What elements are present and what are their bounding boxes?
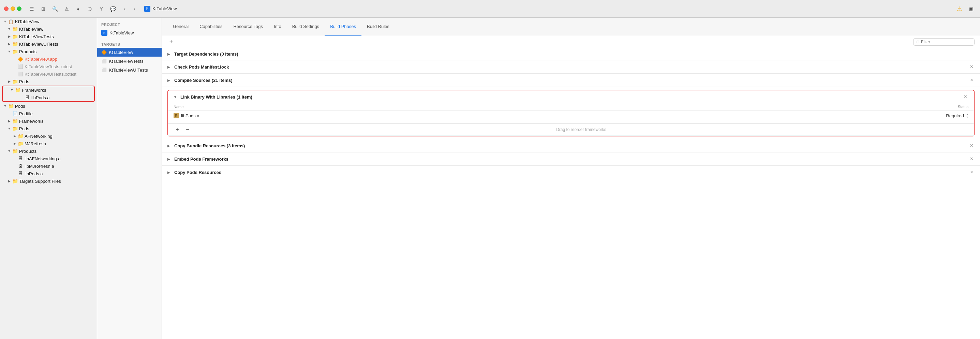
sidebar-root-label: KtTableView (15, 19, 39, 24)
phase-embed-pods: ▶ Embed Pods Frameworks × (162, 153, 980, 166)
sidebar-label: Products (19, 149, 37, 154)
project-item-kttableview[interactable]: K KtTableView (97, 28, 162, 38)
phase-title: Copy Pods Resources (174, 170, 969, 175)
tab-build-phases[interactable]: Build Phases (325, 18, 361, 36)
sidebar-item-kttableviewuitests-xctest[interactable]: ⬜ KtTableViewUITests.xctest (0, 70, 97, 78)
search-icon[interactable]: 🔍 (50, 4, 60, 14)
sidebar-item-kttableview[interactable]: ▼ 📁 KtTableView (0, 25, 97, 33)
tab-resource-tags[interactable]: Resource Tags (228, 18, 268, 36)
phase-header[interactable]: ▶ Compile Sources (21 items) × (162, 74, 980, 87)
stepper-up-icon[interactable]: ▲ (966, 113, 969, 116)
sidebar-item-products-top[interactable]: ▼ 📁 Products (0, 48, 97, 55)
close-button[interactable] (4, 6, 8, 11)
project-label: KtTableView (110, 30, 134, 35)
grid-icon[interactable]: ⊞ (38, 4, 48, 14)
sidebar-item-kttableviewtests-xctest[interactable]: ⬜ KtTableViewTests.xctest (0, 63, 97, 70)
sidebar-item-targets-support[interactable]: ▶ 📁 Targets Support Files (0, 177, 97, 185)
content-body: + ⊙ ▶ Target Dependencies (0 items) ▶ Ch… (162, 36, 980, 339)
phase-header[interactable]: ▶ Check Pods Manifest.lock × (162, 60, 980, 73)
phase-header[interactable]: ▶ Copy Bundle Resources (3 items) × (162, 139, 980, 152)
disclosure-icon: ▶ (167, 170, 172, 174)
phase-title: Embed Pods Frameworks (174, 156, 969, 162)
disclosure-icon: ▶ (167, 65, 172, 69)
sidebar-item-pods-top[interactable]: ▶ 📁 Pods (0, 78, 97, 85)
sidebar-item-pods-root[interactable]: ▼ 📁 Pods (0, 102, 97, 110)
sidebar-label: MJRefresh (25, 141, 46, 146)
xctest-icon: ⬜ (18, 71, 23, 77)
remove-library-button[interactable]: − (184, 126, 191, 133)
tab-general[interactable]: General (167, 18, 194, 36)
disclosure-icon: ▼ (7, 149, 11, 153)
add-library-button[interactable]: + (173, 126, 181, 133)
phase-header[interactable]: ▶ Target Dependencies (0 items) (162, 48, 980, 60)
folder-icon: 📁 (12, 79, 18, 84)
disclosure-icon: ▶ (7, 119, 11, 123)
sidebar-label: libAFNetworking.a (25, 156, 61, 161)
git-icon[interactable]: Y (97, 4, 106, 14)
status-column-header: Status (928, 105, 969, 109)
phase-close-button[interactable]: × (969, 64, 975, 70)
sidebar-item-frameworks[interactable]: ▼ 📁 Frameworks (3, 86, 94, 94)
add-phase-button[interactable]: + (167, 38, 175, 46)
folder-icon: 📁 (12, 148, 18, 154)
sidebar-item-kttableview-app[interactable]: 🔶 KtTableView.app (0, 55, 97, 63)
sidebar-item-products-pods[interactable]: ▼ 📁 Products (0, 147, 97, 155)
sidebar-item-libafnetworking[interactable]: 🗄 libAFNetworking.a (0, 155, 97, 162)
filter-input[interactable] (921, 40, 969, 45)
no-disclosure (12, 57, 17, 61)
sidebar-item-kttableviewtests[interactable]: ▶ 📁 KtTableViewTests (0, 33, 97, 40)
project-section-header: PROJECT (97, 21, 162, 28)
phase-close-button[interactable]: × (969, 77, 975, 83)
phase-close-button[interactable]: × (963, 94, 969, 100)
content-area: General Capabilities Resource Tags Info … (162, 18, 980, 339)
no-disclosure (12, 64, 17, 69)
comment-icon[interactable]: 💬 (108, 4, 118, 14)
warning-icon[interactable]: ⚠ (955, 4, 964, 14)
sidebar-label: KtTableView (19, 27, 43, 32)
phase-close-button[interactable]: × (969, 143, 975, 149)
tab-build-rules[interactable]: Build Rules (361, 18, 395, 36)
sidebar-root-item[interactable]: ▼ 📋 KtTableView (0, 18, 97, 25)
sidebar-item-libpods-highlighted[interactable]: 🗄 libPods.a (3, 94, 94, 101)
tab-info[interactable]: Info (268, 18, 287, 36)
sidebar-label: Frameworks (22, 88, 46, 93)
sidebar-item-afnetworking[interactable]: ▶ 📁 AFNetworking (0, 132, 97, 140)
link-binary-header[interactable]: ▼ Link Binary With Libraries (1 item) × (168, 91, 974, 103)
phase-title: Copy Bundle Resources (3 items) (174, 143, 969, 148)
sidebar-item-libmjrefresh[interactable]: 🗄 libMJRefresh.a (0, 162, 97, 170)
tab-build-settings[interactable]: Build Settings (287, 18, 325, 36)
target-label: KtTableView (109, 50, 133, 55)
phase-close-button[interactable]: × (969, 169, 975, 175)
phase-header[interactable]: ▶ Embed Pods Frameworks × (162, 153, 980, 166)
sidebar-item-kttableviewuitests[interactable]: ▶ 📁 KtTableViewUITests (0, 40, 97, 48)
phase-close-button[interactable]: × (969, 156, 975, 162)
minimize-button[interactable] (11, 6, 15, 11)
status-stepper[interactable]: Required ▲ ▼ (946, 113, 969, 119)
sidebar-label: Frameworks (19, 119, 44, 124)
sidebar-item-frameworks2[interactable]: ▶ 📁 Frameworks (0, 117, 97, 125)
tab-capabilities[interactable]: Capabilities (194, 18, 228, 36)
sidebar-item-pods-sub[interactable]: ▼ 📁 Pods (0, 125, 97, 132)
nav-forward-button[interactable]: › (130, 5, 139, 13)
sidebar-toggle-icon[interactable]: ☰ (27, 4, 37, 14)
share-icon[interactable]: ⬡ (85, 4, 94, 14)
target-item-kttableview[interactable]: 🔶 KtTableView (97, 48, 162, 57)
bookmark-icon[interactable]: ♦ (73, 4, 83, 14)
stepper-down-icon[interactable]: ▼ (966, 116, 969, 119)
link-binary-section: ▼ Link Binary With Libraries (1 item) × … (167, 90, 975, 137)
no-disclosure (12, 164, 17, 169)
target-item-kttableviewtests[interactable]: ⬜ KtTableViewTests (97, 57, 162, 65)
disclosure-icon: ▶ (167, 78, 172, 82)
maximize-button[interactable] (17, 6, 21, 11)
sidebar-item-podfile[interactable]: 📄 Podfile (0, 110, 97, 117)
sidebar-item-libpods2[interactable]: 🗄 libPods.a (0, 170, 97, 177)
target-item-kttableviewuitests[interactable]: ⬜ KtTableViewUITests (97, 65, 162, 74)
sidebar-item-mjrefresh[interactable]: ▶ 📁 MJRefresh (0, 140, 97, 147)
nav-back-button[interactable]: ‹ (120, 5, 129, 13)
panel-toggle-right[interactable]: ▣ (966, 4, 976, 14)
stepper-arrows[interactable]: ▲ ▼ (966, 113, 969, 119)
phase-header[interactable]: ▶ Copy Pods Resources × (162, 166, 980, 179)
lib-table-header: Name Status (168, 103, 974, 110)
xctest-icon: ⬜ (18, 64, 23, 69)
warning-toggle-icon[interactable]: ⚠ (62, 4, 71, 14)
